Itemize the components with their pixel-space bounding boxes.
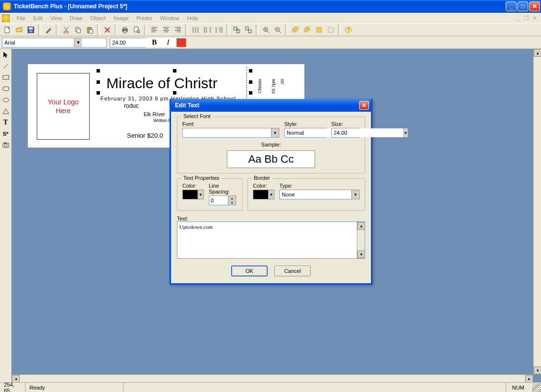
line-spacing-input[interactable] (209, 196, 228, 205)
image-tool[interactable] (1, 140, 11, 150)
ellipse-tool[interactable] (1, 95, 11, 105)
size-combo[interactable]: ▼ (331, 128, 360, 138)
text-color-swatch[interactable] (176, 38, 186, 47)
stub-text-3[interactable]: .00 (280, 79, 285, 85)
window-close-button[interactable]: ✕ (529, 1, 540, 11)
text-textarea[interactable] (177, 222, 357, 258)
send-back-button[interactable] (302, 24, 313, 35)
menu-draw[interactable]: Draw (66, 14, 86, 22)
menu-edit[interactable]: Edit (29, 14, 47, 22)
font-family-combo[interactable]: ▾ (2, 38, 107, 48)
textarea-scroll-down-icon[interactable]: ▾ (357, 250, 365, 258)
size-dropdown-icon[interactable]: ▼ (403, 128, 408, 137)
forward-button[interactable] (314, 24, 324, 35)
scroll-down-icon[interactable]: ▾ (534, 367, 541, 374)
menu-image[interactable]: Image (110, 14, 133, 22)
dialog-titlebar[interactable]: Edit Text ✕ (171, 99, 371, 112)
mdi-minimize-button[interactable]: _ (517, 15, 520, 22)
svg-rect-21 (248, 30, 251, 33)
print-button[interactable] (120, 24, 130, 35)
font-family-input[interactable] (2, 38, 74, 47)
menu-printer[interactable]: Printer (132, 14, 156, 22)
font-input[interactable] (183, 128, 271, 137)
group-button[interactable] (231, 24, 242, 35)
serial-tool[interactable]: S* (1, 129, 11, 139)
text-color-dropdown-icon[interactable]: ▼ (197, 190, 203, 199)
ticket-title-text[interactable]: Miracle of Christr (106, 75, 218, 92)
menu-object[interactable]: Object (86, 14, 110, 22)
scroll-right-icon[interactable]: ▸ (525, 375, 533, 382)
backward-button[interactable] (325, 24, 336, 35)
copy-button[interactable] (73, 24, 83, 35)
spin-down-icon[interactable]: ▼ (228, 200, 236, 205)
menu-window[interactable]: Window (156, 14, 183, 22)
logo-placeholder[interactable]: Your Logo Here (37, 73, 90, 140)
menu-file[interactable]: File (13, 14, 29, 22)
vertical-scrollbar[interactable]: ▴ ▾ (533, 49, 541, 374)
menu-help[interactable]: Help (183, 14, 202, 22)
menu-view[interactable]: View (47, 14, 66, 22)
cancel-button[interactable]: Cancel (274, 266, 311, 276)
ticket-line4[interactable]: Elk River (144, 111, 165, 117)
border-color-combo[interactable]: ▼ (253, 190, 274, 199)
rectangle-tool[interactable] (1, 73, 11, 82)
font-family-dropdown-icon[interactable]: ▾ (74, 38, 82, 47)
triangle-tool[interactable] (1, 106, 11, 116)
resize-grip-icon[interactable] (532, 383, 541, 392)
border-color-dropdown-icon[interactable]: ▼ (268, 190, 274, 199)
textarea-scroll-up-icon[interactable]: ▴ (357, 222, 365, 230)
textarea-scrollbar[interactable]: ▴ ▾ (357, 222, 365, 258)
svg-rect-27 (295, 27, 298, 30)
dialog-close-button[interactable]: ✕ (359, 101, 369, 110)
text-color-combo[interactable]: ▼ (182, 190, 204, 199)
wizard-button[interactable] (43, 24, 54, 35)
stub-text-2[interactable]: 03 7pm (271, 79, 276, 94)
open-button[interactable] (14, 24, 25, 35)
rounded-rect-tool[interactable] (1, 84, 11, 94)
font-combo[interactable]: ▼ (182, 128, 279, 138)
spin-up-icon[interactable]: ▲ (228, 196, 236, 200)
ok-button[interactable]: OK (231, 266, 268, 276)
align-left-button[interactable] (149, 24, 160, 35)
border-type-dropdown-icon[interactable]: ▼ (351, 190, 359, 199)
distribute2-button[interactable] (202, 24, 213, 35)
new-button[interactable] (2, 24, 13, 35)
ticket-price[interactable]: Senior $20.0 (127, 132, 163, 139)
style-combo[interactable]: ▼ (284, 128, 326, 138)
align-center-button[interactable] (161, 24, 172, 35)
stub-text-1[interactable]: Christrr (257, 79, 262, 94)
font-dropdown-icon[interactable]: ▼ (271, 128, 279, 137)
ticket-line3[interactable]: roduc (124, 102, 139, 109)
distribute1-button[interactable] (190, 24, 201, 35)
font-size-combo[interactable]: ▾ (110, 38, 146, 48)
paste-button[interactable] (84, 24, 95, 35)
help-button[interactable]: ? (343, 24, 354, 35)
pointer-tool[interactable] (1, 50, 11, 60)
zoom-in-button[interactable] (261, 24, 271, 35)
horizontal-scrollbar[interactable]: ◂ ▸ (12, 374, 533, 382)
ungroup-button[interactable] (243, 24, 254, 35)
cut-button[interactable] (61, 24, 72, 35)
border-type-combo[interactable]: ▼ (279, 190, 360, 199)
size-input[interactable] (332, 128, 403, 137)
mdi-restore-button[interactable]: ❐ (524, 15, 529, 22)
text-tool[interactable]: T (1, 118, 11, 127)
window-maximize-button[interactable]: □ (517, 1, 528, 11)
bring-front-button[interactable] (290, 24, 301, 35)
mdi-close-button[interactable]: ✕ (533, 15, 537, 22)
align-right-button[interactable] (172, 24, 183, 35)
print-preview-button[interactable] (131, 24, 142, 35)
app-title: TicketBench Plus - [Unnamed Project 5*] (14, 3, 127, 10)
line-tool[interactable] (1, 61, 11, 71)
window-minimize-button[interactable]: _ (506, 1, 516, 11)
save-button[interactable] (25, 24, 36, 35)
delete-button[interactable] (102, 24, 113, 35)
scroll-up-icon[interactable]: ▴ (534, 49, 541, 57)
bold-button[interactable]: B (149, 38, 160, 48)
line-spacing-spinner[interactable]: ▲ ▼ (209, 196, 236, 205)
border-type-input[interactable] (280, 190, 351, 199)
zoom-out-button[interactable] (272, 24, 283, 35)
tool-palette: T S* (0, 49, 12, 382)
italic-button[interactable]: I (163, 38, 173, 48)
distribute3-button[interactable] (214, 24, 224, 35)
